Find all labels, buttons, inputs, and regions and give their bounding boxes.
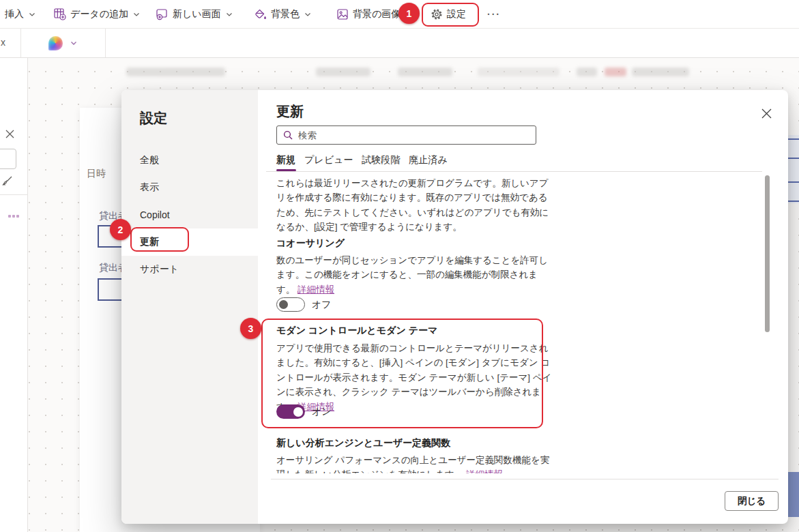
close-pane-icon[interactable] (5, 129, 15, 142)
chevron-down-icon (132, 10, 141, 18)
toggle-knob (293, 407, 303, 417)
chevron-down-icon (304, 10, 312, 18)
nav-label: サポート (140, 263, 179, 276)
scrollbar-thumb[interactable] (765, 175, 770, 332)
toggle-state-label: オフ (312, 299, 332, 311)
add-data-label: データの追加 (70, 8, 128, 20)
search-input[interactable] (298, 130, 529, 141)
blurred-formula-text (605, 68, 626, 76)
rail-divider (0, 194, 28, 195)
settings-button[interactable]: 設定 (430, 0, 466, 28)
annotation-badge-2: 2 (110, 219, 131, 240)
blurred-formula-text (126, 68, 225, 76)
fx-label-partial: x (1, 37, 5, 48)
blurred-formula-text (398, 68, 452, 76)
left-rail (0, 58, 28, 532)
insert-label: 挿入 (5, 8, 24, 20)
section-title-coauthoring: コオーサリング (276, 237, 552, 250)
background-image-label: 背景の画像 (353, 8, 401, 20)
insert-menu-button[interactable]: 挿入 (5, 0, 36, 28)
background-color-icon (254, 8, 267, 20)
settings-nav: 設定 全般 表示 Copilot 更新 サポート (121, 90, 258, 524)
section-title-modern-controls: モダン コントロールとモダン テーマ (276, 325, 552, 337)
toggle-knob (279, 300, 288, 309)
broom-icon[interactable] (1, 175, 14, 190)
coauthoring-toggle[interactable] (276, 297, 305, 312)
nav-label: 更新 (140, 236, 159, 248)
annotation-badge-3: 3 (240, 318, 261, 339)
search-icon (283, 130, 293, 140)
search-box (276, 125, 536, 145)
section-body-analysis-engine: オーサリング パフォーマンスの向上とユーザー定義関数機能を実現した新しい分析エン… (276, 453, 552, 473)
tab-retired[interactable]: 廃止済み (409, 154, 447, 166)
section-body-coauthoring: 数のユーザーが同じセッションでアプリを編集することを許可します。この機能をオンに… (276, 253, 552, 297)
section-body-text: オーサリング パフォーマンスの向上とユーザー定義関数機能を実現した新しい分析エン… (276, 455, 549, 473)
chevron-down-icon (28, 10, 36, 18)
annotation-badge-1: 1 (398, 3, 420, 24)
nav-item-general[interactable]: 全般 (121, 147, 258, 174)
nav-label: 表示 (140, 181, 159, 194)
nav-item-upgrades[interactable]: 更新 (121, 228, 258, 256)
formula-bar: x (0, 29, 799, 58)
nav-item-copilot[interactable]: Copilot (121, 201, 258, 228)
close-dialog-button[interactable]: 閉じる (725, 491, 779, 511)
datetime-label: 日時 (87, 168, 106, 180)
more-commands-button[interactable]: ··· (487, 0, 501, 28)
blurred-formula-text (316, 68, 371, 76)
new-screen-button[interactable]: 新しい画面 (156, 0, 233, 28)
background-image-icon (336, 8, 349, 20)
new-screen-label: 新しい画面 (173, 8, 221, 20)
settings-label: 設定 (447, 8, 466, 20)
settings-dialog: 設定 全般 表示 Copilot 更新 サポート 更新 新規 プレビュー 試験段… (121, 90, 788, 524)
settings-gear-icon (430, 8, 443, 20)
learn-more-link[interactable]: 詳細情報 (466, 469, 503, 473)
rail-input-partial[interactable] (0, 149, 16, 169)
background-color-button[interactable]: 背景色 (254, 0, 312, 28)
toggle-state-label: オン (312, 406, 332, 418)
app-window: 日時 * 貸出者 貸出者 x (0, 0, 799, 532)
update-list: これらは最近リリースされたの更新プログラムです。新しいアプリを作成する際に有効に… (276, 172, 553, 473)
tab-preview[interactable]: プレビュー (304, 154, 353, 166)
update-tabs: 新規 プレビュー 試験段階 廃止済み (276, 154, 448, 166)
chevron-down-icon (70, 39, 78, 47)
nav-item-support[interactable]: サポート (121, 256, 258, 283)
more-ellipsis-icon: ··· (487, 9, 501, 20)
copilot-button[interactable] (20, 29, 106, 57)
nav-label: 全般 (140, 154, 159, 166)
modern-controls-toggle[interactable] (276, 404, 305, 419)
modern-controls-toggle-row: オン (276, 404, 552, 419)
background-image-button[interactable]: 背景の画像 (336, 0, 401, 28)
blurred-formula-text (577, 68, 597, 76)
section-title-analysis-engine: 新しい分析エンジンとユーザー定義関数 (276, 437, 552, 449)
section-body-modern-controls: アプリで使用できる最新のコントロールとテーマがリリースされました。有効にすると、… (276, 341, 552, 414)
new-screen-icon (156, 8, 169, 20)
panel-title: 更新 (276, 102, 304, 121)
footer-divider (271, 479, 779, 479)
copilot-icon (48, 36, 63, 50)
nav-item-display[interactable]: 表示 (121, 174, 258, 201)
blurred-formula-text (478, 68, 560, 76)
background-color-label: 背景色 (271, 8, 300, 20)
settings-dialog-title: 設定 (140, 109, 167, 128)
intro-text: これらは最近リリースされたの更新プログラムです。新しいアプリを作成する際に有効に… (276, 176, 552, 235)
coauthoring-toggle-row: オフ (276, 297, 552, 312)
add-data-icon (53, 8, 66, 20)
tab-new[interactable]: 新規 (276, 154, 295, 166)
learn-more-link[interactable]: 詳細情報 (297, 284, 334, 295)
close-icon[interactable] (758, 105, 774, 121)
chevron-down-icon (225, 10, 233, 18)
tab-experimental[interactable]: 試験段階 (362, 154, 400, 166)
nav-label: Copilot (140, 209, 170, 220)
ellipsis-icon[interactable] (8, 215, 19, 218)
add-data-button[interactable]: データの追加 (53, 0, 141, 28)
blurred-formula-text (632, 68, 689, 76)
